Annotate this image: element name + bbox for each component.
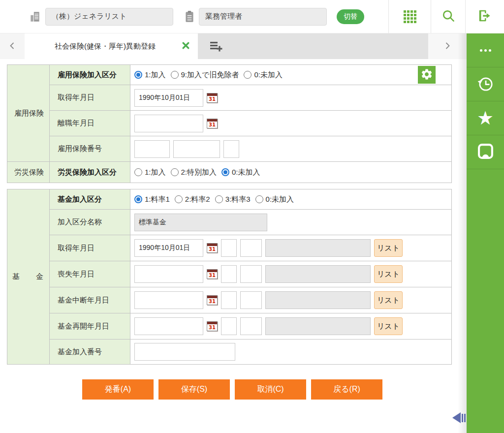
calendar-icon[interactable]: 31 — [207, 269, 218, 279]
tray-button[interactable] — [467, 135, 504, 169]
radio-label: 2:料率2 — [185, 195, 210, 204]
active-tab-title: 社会保険(健保・厚年)異動登録 — [32, 42, 178, 51]
radio-option-accident-2[interactable]: 2:特別加入 — [171, 168, 217, 177]
assign-number-button[interactable]: 発番(A) — [82, 379, 154, 400]
company-field-value: （株）ジェネラリスト — [52, 12, 126, 21]
label-fund-suspension-date: 基金中断年月日 — [50, 287, 130, 313]
history-icon — [476, 75, 494, 94]
radio-option-accident-0[interactable]: 0:未加入 — [221, 168, 260, 177]
radio-icon[interactable] — [171, 71, 179, 79]
cancel-button[interactable]: 取消(C) — [235, 379, 306, 400]
table-row: 取得年月日 31 リスト — [7, 235, 452, 261]
calendar-icon[interactable]: 31 — [207, 295, 218, 305]
favorites-button[interactable]: ★ — [467, 101, 504, 135]
insurance-number-input-1[interactable] — [134, 140, 170, 158]
radio-label: 0:未加入 — [232, 168, 260, 177]
employment-type-radio-group: 1:加入 9:加入で旧免除者 0:未加入 — [134, 70, 283, 80]
fund-suspension-sub-input-2[interactable] — [240, 291, 262, 309]
role-clipboard-icon — [184, 10, 195, 23]
more-menu-button[interactable] — [467, 33, 504, 67]
back-button[interactable]: 戻る(R) — [311, 379, 382, 400]
apps-grid-icon — [404, 10, 416, 23]
company-field[interactable]: （株）ジェネラリスト — [45, 8, 173, 26]
radio-icon[interactable] — [244, 71, 252, 79]
star-icon: ★ — [477, 109, 494, 127]
fund-suspension-date-input[interactable] — [134, 291, 203, 309]
fund-acquisition-sub-input-1[interactable] — [221, 239, 237, 257]
apps-menu-button[interactable] — [388, 0, 431, 33]
search-icon — [441, 8, 456, 25]
chevron-left-icon — [7, 41, 17, 52]
employment-acquisition-date-input[interactable] — [134, 89, 203, 107]
radio-option-fund-1[interactable]: 1:料率1 — [134, 195, 170, 204]
label-employment-type: 雇用保険加入区分 — [50, 65, 130, 85]
fund-type-name-input — [134, 214, 267, 231]
fund-number-input[interactable] — [134, 343, 235, 361]
radio-icon[interactable] — [255, 195, 263, 203]
employment-leaving-date-input[interactable] — [134, 115, 203, 132]
radio-option-employment-1[interactable]: 1:加入 — [134, 70, 166, 80]
search-button[interactable] — [431, 0, 465, 33]
fund-suspension-list-button[interactable]: リスト — [374, 291, 403, 309]
fund-resumption-sub-input-1[interactable] — [221, 317, 237, 335]
tab-scroll-right-button[interactable] — [428, 33, 467, 59]
fund-resumption-date-input[interactable] — [134, 317, 203, 335]
fund-loss-sub-input-2[interactable] — [240, 265, 262, 283]
settings-button[interactable] — [418, 66, 436, 84]
calendar-icon[interactable]: 31 — [207, 321, 218, 331]
fund-acquisition-list-button[interactable]: リスト — [374, 239, 403, 257]
table-row: 基 金 基金加入区分 1:料率1 2:料率2 — [7, 189, 452, 210]
table-row: 雇用保険 雇用保険加入区分 1:加入 9:加入で旧免除者 — [7, 65, 452, 85]
header-icon-bar — [388, 0, 504, 33]
radio-option-employment-9[interactable]: 9:加入で旧免除者 — [171, 70, 239, 80]
collapse-panel-button[interactable] — [452, 412, 466, 423]
table-row: 雇用保険番号 — [7, 136, 452, 162]
chevron-right-icon — [442, 41, 452, 52]
radio-icon[interactable] — [134, 195, 142, 203]
add-tab-button[interactable] — [209, 39, 223, 54]
fund-acquisition-date-input[interactable] — [134, 239, 203, 257]
radio-icon[interactable] — [221, 168, 229, 176]
fund-resumption-list-button[interactable]: リスト — [374, 317, 403, 335]
insurance-number-input-2[interactable] — [173, 140, 220, 158]
switch-button[interactable]: 切替 — [337, 9, 364, 24]
radio-option-fund-0[interactable]: 0:未加入 — [255, 195, 294, 204]
label-acquisition-date: 取得年月日 — [50, 85, 130, 111]
tab-close-button[interactable] — [182, 41, 190, 51]
label-fund-type: 基金加入区分 — [50, 189, 130, 210]
add-tab-icon — [209, 39, 223, 54]
company-building-icon — [29, 10, 41, 23]
history-button[interactable] — [467, 67, 504, 101]
radio-option-accident-1[interactable]: 1:加入 — [134, 168, 166, 177]
fund-acquisition-readonly-field — [265, 239, 371, 257]
role-field[interactable]: 業務管理者 — [199, 8, 327, 26]
fund-suspension-sub-input-1[interactable] — [221, 291, 237, 309]
radio-icon[interactable] — [175, 195, 183, 203]
fund-loss-list-button[interactable]: リスト — [374, 265, 403, 283]
radio-icon[interactable] — [134, 71, 142, 79]
fund-acquisition-sub-input-2[interactable] — [240, 239, 262, 257]
fund-loss-date-input[interactable] — [134, 265, 203, 283]
logout-button[interactable] — [465, 0, 504, 33]
fund-resumption-sub-input-2[interactable] — [240, 317, 262, 335]
calendar-icon[interactable]: 31 — [207, 119, 218, 128]
label-fund-number: 基金加入番号 — [50, 340, 130, 365]
label-leaving-date: 離職年月日 — [50, 111, 130, 136]
calendar-icon[interactable]: 31 — [207, 243, 218, 253]
fund-loss-sub-input-1[interactable] — [221, 265, 237, 283]
radio-icon[interactable] — [215, 195, 223, 203]
insurance-number-input-3[interactable] — [223, 140, 239, 158]
radio-option-employment-0[interactable]: 0:未加入 — [244, 70, 283, 80]
fund-table: 基 金 基金加入区分 1:料率1 2:料率2 — [7, 189, 452, 365]
radio-icon[interactable] — [134, 168, 142, 176]
active-tab[interactable]: 社会保険(健保・厚年)異動登録 — [25, 33, 198, 59]
group-cell-accident-insurance: 労災保険 — [7, 162, 50, 183]
fund-loss-readonly-field — [265, 265, 371, 283]
calendar-icon[interactable]: 31 — [207, 93, 218, 103]
save-button[interactable]: 保存(S) — [158, 379, 230, 400]
form-content: 雇用保険 雇用保険加入区分 1:加入 9:加入で旧免除者 — [0, 59, 467, 433]
radio-option-fund-2[interactable]: 2:料率2 — [175, 195, 210, 204]
radio-option-fund-3[interactable]: 3:料率3 — [215, 195, 251, 204]
radio-icon[interactable] — [171, 168, 179, 176]
tab-scroll-left-button[interactable] — [0, 33, 25, 59]
